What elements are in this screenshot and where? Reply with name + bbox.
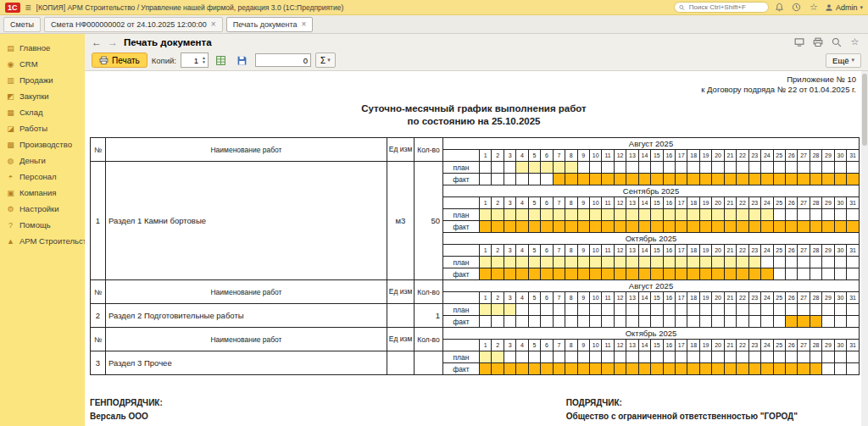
col-header-name: Наименование работ	[106, 328, 387, 351]
gantt-cell-fact	[687, 221, 699, 233]
gantt-cell-fact	[553, 363, 565, 375]
sum-sigma-button[interactable]: Σ ▾	[315, 53, 336, 68]
tab-1[interactable]: Сметы	[3, 17, 41, 32]
gantt-cell-empty	[614, 162, 626, 174]
notifications-bell-icon[interactable]	[774, 2, 786, 14]
warehouse-icon: ▦	[6, 108, 15, 117]
print-settings-icon[interactable]	[213, 52, 230, 69]
gantt-cell-fact	[676, 363, 687, 375]
sidebar-item-главное[interactable]: ▤Главное	[0, 40, 85, 56]
gantt-cell-plan	[480, 209, 492, 221]
tab-2[interactable]: Смета НФ000000002 от 24.10.2025 12:00:00…	[44, 17, 223, 32]
print-button[interactable]: Печать	[92, 53, 147, 68]
gantt-cell-fact	[626, 363, 638, 375]
zoom-icon[interactable]	[830, 36, 843, 48]
sidebar-item-арм-строительство[interactable]: ▲АРМ Строительство	[0, 233, 85, 249]
monitor-icon[interactable]	[793, 36, 805, 48]
gantt-fact-label: факт	[443, 268, 480, 280]
sum-field[interactable]	[255, 53, 311, 67]
sidebar-item-производство[interactable]: ▩Производство	[0, 136, 85, 152]
gantt-day-number: 12	[614, 197, 626, 209]
gantt-day-number: 26	[785, 197, 797, 209]
gantt-day-number: 14	[638, 292, 650, 304]
tab-close-icon[interactable]: ×	[302, 20, 307, 29]
gantt-cell-plan	[748, 209, 760, 221]
sidebar-item-продажи[interactable]: ▥Продажи	[0, 72, 85, 88]
gantt-cell-fact	[785, 363, 797, 375]
gantt-cell-empty	[737, 162, 748, 174]
gantt-day-number: 4	[516, 197, 528, 209]
sidebar-item-персонал[interactable]: ◓Персонал	[0, 169, 85, 185]
sidebar-item-склад[interactable]: ▦Склад	[0, 104, 85, 120]
gantt-cell-plan	[589, 257, 601, 268]
gantt-cell-plan	[480, 257, 492, 268]
gantt-day-number: 28	[810, 292, 821, 304]
printer-icon[interactable]	[811, 36, 824, 48]
gantt-cell-plan	[577, 209, 589, 221]
chevron-down-icon: ▾	[327, 57, 331, 64]
tab-3[interactable]: Печать документа×	[226, 17, 314, 32]
tab-close-icon[interactable]: ×	[211, 20, 216, 29]
bookmark-star-icon[interactable]: ☆	[849, 36, 861, 48]
gantt-cell-empty	[589, 162, 601, 174]
sidebar-item-работы[interactable]: ◪Работы	[0, 120, 85, 136]
gantt-cell-empty	[773, 351, 785, 363]
sidebar-item-закупки[interactable]: ◩Закупки	[0, 88, 85, 104]
gantt-cell-empty	[528, 351, 540, 363]
row-name: Раздел 1 Камни бортовые	[106, 162, 387, 280]
gantt-cell-plan	[528, 209, 540, 221]
hamburger-menu-icon[interactable]: ≡	[25, 3, 31, 13]
gantt-cell-fact	[492, 363, 504, 375]
gantt-cell-empty	[724, 304, 736, 316]
gantt-cell-fact	[785, 221, 797, 233]
global-search-box[interactable]	[674, 2, 769, 13]
back-button[interactable]: ←	[92, 37, 102, 47]
gantt-cell-fact	[810, 174, 821, 185]
gantt-day-number: 23	[748, 340, 760, 351]
gantt-cell-fact	[516, 268, 528, 280]
copies-input[interactable]	[181, 55, 200, 66]
stepper-arrows-icon[interactable]: ▲▼	[200, 56, 208, 64]
gantt-day-number: 4	[516, 340, 528, 351]
gantt-day-number: 28	[810, 150, 821, 162]
gantt-cell-fact	[810, 316, 821, 328]
gantt-cell-fact	[737, 363, 748, 375]
gantt-day-number: 4	[516, 150, 528, 162]
gantt-cell-plan	[626, 209, 638, 221]
more-button[interactable]: Ещё ▾	[826, 53, 861, 68]
search-input[interactable]	[687, 3, 764, 12]
gantt-day-number: 8	[565, 245, 577, 257]
gantt-day-number: 20	[712, 340, 724, 351]
gantt-cell-fact	[737, 221, 748, 233]
sidebar-item-помощь[interactable]: ?Помощь	[0, 217, 85, 233]
gantt-day-number: 4	[516, 245, 528, 257]
document-area: Приложение № 10 к Договору подряда № 22 …	[85, 71, 861, 426]
gantt-cell-plan	[553, 257, 565, 268]
sidebar-item-crm[interactable]: ◉CRM	[0, 56, 85, 72]
gantt-day-number: 3	[504, 292, 515, 304]
gantt-cell-fact	[553, 268, 565, 280]
gantt-cell-fact	[565, 221, 577, 233]
gantt-cell-fact	[798, 221, 810, 233]
sidebar-item-компания[interactable]: ▣Компания	[0, 185, 85, 201]
gantt-day-number: 14	[638, 150, 650, 162]
favorites-star-icon[interactable]: ☆	[808, 2, 820, 14]
forward-button[interactable]: →	[108, 37, 118, 47]
history-clock-icon[interactable]	[791, 2, 803, 14]
gantt-day-number: 25	[773, 150, 785, 162]
gantt-day-number: 24	[761, 197, 773, 209]
gantt-cell-fact	[553, 221, 565, 233]
sidebar-menu: ▤Главное◉CRM▥Продажи◩Закупки▦Склад◪Работ…	[0, 34, 85, 426]
vertical-scrollbar[interactable]	[861, 71, 868, 426]
sidebar-item-деньги[interactable]: ◍Деньги	[0, 152, 85, 169]
scrollbar-thumb[interactable]	[862, 74, 867, 146]
gantt-cell-empty	[651, 316, 663, 328]
gantt-cell-fact	[565, 174, 577, 185]
gantt-cell-empty	[614, 316, 626, 328]
save-icon[interactable]	[234, 52, 251, 69]
gantt-label-spacer	[443, 340, 480, 351]
sidebar-item-настройки[interactable]: ⚙Настройки	[0, 201, 85, 217]
user-menu[interactable]: Admin ▾	[825, 3, 863, 12]
gantt-cell-empty	[773, 304, 785, 316]
copies-stepper[interactable]: ▲▼	[181, 53, 209, 68]
